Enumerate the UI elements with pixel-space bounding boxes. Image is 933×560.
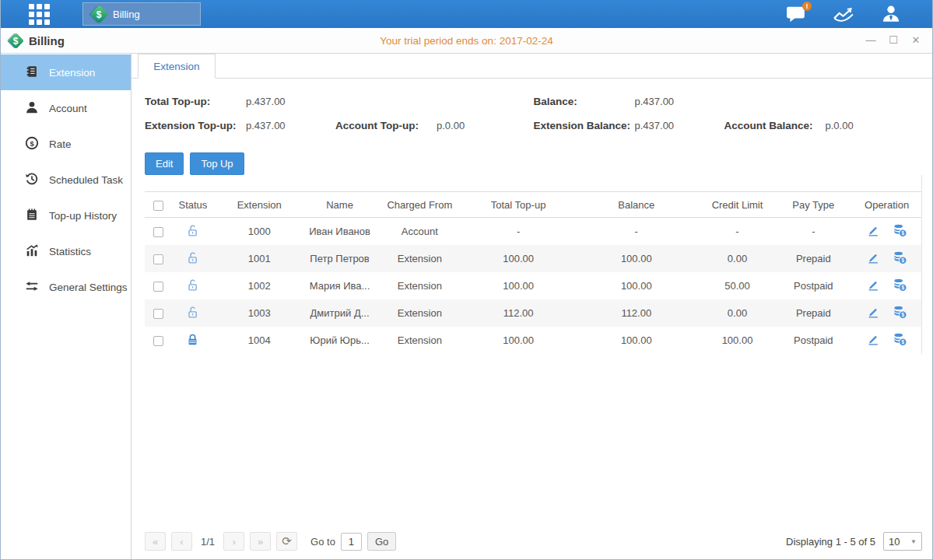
edit-icon[interactable] (866, 278, 880, 294)
next-page-button[interactable]: › (223, 532, 244, 551)
window-title-text: Billing (29, 34, 65, 47)
cell-credit-limit: - (700, 218, 775, 246)
top-up-button[interactable]: Top Up (190, 152, 244, 175)
cell-extension: 1000 (215, 218, 304, 246)
cell-charged-from: Extension (375, 327, 464, 354)
summary-label: Extension Top-up: (145, 120, 246, 131)
row-checkbox[interactable] (153, 282, 163, 292)
prev-page-button[interactable]: ‹ (171, 532, 192, 551)
first-page-button[interactable]: « (145, 532, 166, 551)
close-icon[interactable]: ✕ (910, 35, 921, 46)
sidebar-item-scheduled-task[interactable]: Scheduled Task (1, 162, 131, 198)
edit-icon[interactable] (866, 250, 880, 267)
notification-badge: ! (802, 2, 812, 11)
summary-value: p.437.00 (246, 120, 335, 131)
column-header-charged-from: Charged From (375, 192, 464, 218)
maximize-icon[interactable]: ☐ (888, 35, 899, 46)
row-checkbox[interactable] (153, 254, 163, 264)
sidebar-item-account[interactable]: Account (1, 90, 131, 126)
last-page-button[interactable]: » (250, 532, 271, 551)
cell-charged-from: Extension (375, 272, 464, 299)
minimize-icon[interactable]: — (865, 35, 876, 46)
svg-text:$: $ (30, 138, 34, 147)
cell-balance: 100.00 (573, 272, 700, 299)
sidebar-item-top-up-history[interactable]: Top-up History (1, 198, 131, 233)
user-account-icon[interactable] (881, 4, 901, 24)
tab-extension[interactable]: Extension (138, 54, 216, 79)
cell-name: Иван Иванов (304, 218, 376, 246)
cell-balance: 100.00 (573, 245, 700, 272)
displaying-count: Displaying 1 - 5 of 5 (786, 536, 875, 548)
svg-text:$: $ (902, 312, 905, 318)
cell-total-topup: 112.00 (464, 299, 573, 327)
pagination-bar: « ‹ 1/1 › » ⟳ Go to Go Displaying 1 - 5 … (145, 523, 922, 559)
general-settings-icon (25, 279, 39, 296)
cell-pay-type: Prepaid (774, 299, 852, 327)
statistics-icon (25, 243, 39, 260)
column-header-balance: Balance (573, 192, 700, 218)
sidebar-item-rate[interactable]: $Rate (1, 126, 131, 162)
column-header-name: Name (304, 192, 376, 218)
table-row: 1000Иван ИвановAccount----$ (145, 218, 921, 246)
cell-name: Юрий Юрь... (304, 327, 376, 354)
column-header-extension: Extension (215, 192, 304, 218)
select-all-checkbox[interactable] (153, 201, 163, 211)
row-checkbox[interactable] (153, 336, 163, 346)
refresh-icon[interactable]: ⟳ (276, 532, 297, 551)
page-indicator: 1/1 (198, 536, 218, 548)
summary-value: p.437.00 (635, 96, 724, 107)
topup-icon[interactable]: $ (893, 278, 907, 294)
svg-text:$: $ (902, 230, 905, 236)
goto-page-input[interactable] (341, 533, 362, 551)
cell-name: Дмитрий Д... (304, 299, 376, 327)
cell-credit-limit: 50.00 (700, 272, 775, 299)
scheduled-task-icon (25, 172, 39, 188)
trial-notice: Your trial period ends on: 2017-02-24 (1, 35, 932, 47)
go-button[interactable]: Go (367, 532, 396, 551)
summary-label: Account Top-up: (335, 120, 437, 131)
topup-icon[interactable]: $ (893, 332, 907, 348)
rate-icon: $ (25, 136, 39, 152)
column-header-pay-type: Pay Type (774, 192, 852, 218)
sidebar-item-statistics[interactable]: Statistics (1, 233, 131, 269)
cell-total-topup: 100.00 (464, 272, 573, 299)
sidebar-item-label: Scheduled Task (49, 174, 123, 186)
goto-label: Go to (310, 536, 335, 548)
cell-balance: 100.00 (573, 327, 700, 354)
task-tab-label: Billing (113, 9, 140, 20)
column-header-operation: Operation (852, 192, 921, 218)
cell-pay-type: - (774, 218, 852, 246)
edit-button[interactable]: Edit (145, 152, 184, 175)
task-tab-billing[interactable]: $ Billing (82, 2, 201, 26)
edit-icon[interactable] (866, 305, 880, 321)
cell-extension: 1001 (215, 245, 304, 272)
summary-label: Account Balance: (724, 120, 826, 131)
column-header-status: Status (171, 192, 215, 218)
row-checkbox[interactable] (153, 227, 163, 237)
app-launcher-icon[interactable] (29, 4, 50, 25)
table-row: 1004Юрий Юрь...Extension100.00100.00100.… (145, 327, 921, 354)
account-icon (25, 100, 39, 117)
sidebar-item-extension[interactable]: Extension (1, 54, 131, 90)
statistics-chart-icon[interactable] (833, 5, 854, 23)
cell-charged-from: Account (375, 218, 464, 246)
tab-bar: Extension (132, 54, 932, 79)
page-size-select[interactable]: 10 ▼ (883, 532, 922, 551)
sidebar-item-label: Statistics (49, 246, 91, 257)
edit-icon[interactable] (866, 332, 880, 348)
topup-icon[interactable]: $ (893, 223, 907, 240)
topup-icon[interactable]: $ (893, 305, 907, 321)
cell-name: Мария Ива... (304, 272, 376, 299)
balance-summary: Total Top-up:p.437.00Extension Top-up:p.… (145, 89, 922, 138)
summary-label: Balance: (534, 96, 635, 107)
billing-app-window: $ Billing ! $ Billing Your trial period … (0, 0, 933, 560)
messages-icon[interactable]: ! (786, 5, 806, 23)
row-checkbox[interactable] (153, 309, 163, 319)
cell-credit-limit: 0.00 (700, 245, 775, 272)
unlocked-icon (186, 282, 199, 294)
chevron-down-icon: ▼ (910, 538, 917, 545)
svg-text:$: $ (902, 285, 905, 291)
topup-icon[interactable]: $ (893, 250, 907, 267)
sidebar-item-general-settings[interactable]: General Settings (1, 269, 131, 305)
edit-icon[interactable] (866, 223, 880, 240)
